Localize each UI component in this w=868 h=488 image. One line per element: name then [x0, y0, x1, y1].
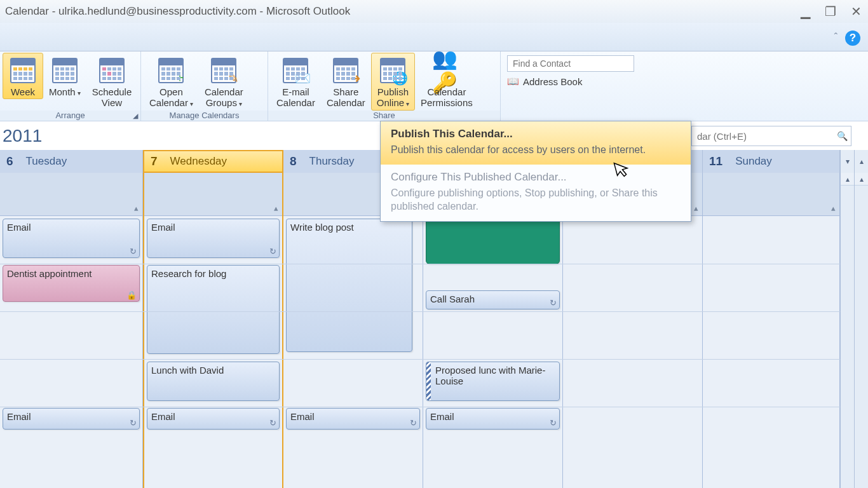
share-calendar-button[interactable]: ➜ Share Calendar — [321, 53, 371, 111]
lock-icon: 🔒 — [126, 290, 137, 300]
email-calendar-button[interactable]: ✉️ E-mail Calendar — [271, 53, 321, 111]
day-col-sun: ▴ — [703, 173, 840, 488]
close-button[interactable]: ✕ — [849, 4, 863, 18]
appt-email[interactable]: Email↻ — [147, 219, 280, 258]
recurring-icon: ↻ — [130, 247, 137, 256]
allday-expand-button[interactable]: ▾ — [840, 150, 854, 173]
chevron-down-icon: ▾ — [239, 100, 242, 107]
dialog-launcher-icon[interactable]: ◢ — [133, 112, 138, 120]
ribbon: Week Month▾ Schedule View Arrange◢ ＋ Ope… — [0, 51, 868, 121]
appt-email[interactable]: Email↻ — [147, 408, 280, 430]
appt-email[interactable]: Email↻ — [3, 219, 140, 258]
day-header-tue[interactable]: 6Tuesday — [0, 150, 143, 173]
expand-icon[interactable]: ▴ — [831, 203, 836, 213]
appt-lunch[interactable]: Lunch with David — [147, 362, 280, 401]
month-view-button[interactable]: Month▾ — [43, 53, 86, 99]
calendar-schedule-icon — [97, 56, 126, 85]
calendar-permissions-icon: 👥🔑 — [432, 56, 461, 85]
day-col-tue: ▴ Email↻ Dentist appointment🔒 Email↻ — [0, 173, 143, 488]
calendar-permissions-button[interactable]: 👥🔑 Calendar Permissions — [415, 53, 478, 111]
appt-call[interactable]: Call Sarah↻ — [426, 290, 560, 309]
recurring-icon: ↻ — [550, 298, 557, 308]
recurring-icon: ↻ — [130, 418, 137, 428]
search-calendar-input[interactable]: 🔍 — [691, 126, 851, 146]
appt-research[interactable]: Research for blog — [147, 265, 280, 354]
publish-online-icon: 🌐 — [378, 56, 407, 85]
calendar-groups-button[interactable]: ✎ Calendar Groups▾ — [199, 53, 249, 111]
email-calendar-icon: ✉️ — [281, 56, 310, 85]
ribbon-tab-strip: ˆ ? — [0, 23, 868, 51]
week-view-button[interactable]: Week — [3, 53, 43, 99]
appt-email[interactable]: Email↻ — [426, 408, 560, 430]
minimize-button[interactable]: ▁ — [798, 4, 812, 18]
expand-icon[interactable]: ▴ — [134, 203, 139, 213]
collapse-ribbon-icon[interactable]: ˆ — [834, 32, 837, 43]
share-group-label: Share — [268, 111, 500, 121]
publish-online-button[interactable]: 🌐 Publish Online▾ — [371, 53, 415, 111]
day-header-sun[interactable]: 11Sunday — [703, 150, 840, 173]
schedule-view-button[interactable]: Schedule View — [86, 53, 138, 111]
arrange-group-label: Arrange◢ — [0, 111, 140, 121]
recurring-icon: ↻ — [410, 418, 417, 428]
appt-dentist[interactable]: Dentist appointment🔒 — [3, 265, 140, 302]
appt-blog[interactable]: Write blog post — [286, 219, 412, 352]
expand-icon[interactable]: ▴ — [274, 203, 278, 213]
address-book-icon: 📖 — [507, 76, 519, 87]
recurring-icon: ↻ — [550, 418, 557, 428]
appt-email[interactable]: Email↻ — [3, 408, 140, 430]
vertical-scrollbar-2[interactable]: ▴ — [854, 173, 868, 488]
recurring-icon: ↻ — [269, 418, 276, 428]
address-book-button[interactable]: 📖 Address Book — [507, 76, 862, 87]
configure-published-calendar-item: Configure This Published Calendar... Con… — [381, 165, 691, 221]
vertical-scrollbar[interactable]: ▴ — [840, 173, 854, 488]
manage-calendars-group-label: Manage Calendars — [141, 111, 268, 121]
calendar-week-icon — [8, 56, 37, 85]
recurring-icon: ↻ — [269, 247, 276, 256]
window-title: Calendar - ulrika.hedlund@businessproduc… — [5, 5, 798, 18]
calendar-groups-icon: ✎ — [209, 56, 238, 85]
search-icon[interactable]: 🔍 — [833, 131, 851, 141]
find-contact-input[interactable] — [507, 55, 634, 72]
publish-this-calendar-item[interactable]: Publish This Calendar... Publish this ca… — [381, 121, 691, 165]
publish-online-dropdown: Publish This Calendar... Publish this ca… — [380, 121, 691, 222]
restore-button[interactable]: ❐ — [824, 4, 837, 18]
chevron-down-icon: ▾ — [78, 90, 81, 97]
open-calendar-icon: ＋ — [156, 56, 186, 85]
help-icon[interactable]: ? — [845, 30, 860, 46]
scroll-up-button[interactable]: ▴ — [841, 173, 854, 186]
chevron-down-icon: ▾ — [190, 100, 193, 107]
share-calendar-icon: ➜ — [331, 56, 360, 85]
scrollbar-up-button[interactable]: ▴ — [854, 150, 868, 173]
scroll-up-button[interactable]: ▴ — [855, 173, 868, 186]
day-col-wed: ▴ Email↻ Research for blog Lunch with Da… — [143, 173, 283, 488]
open-calendar-button[interactable]: ＋ Open Calendar▾ — [144, 53, 199, 111]
titlebar: Calendar - ulrika.hedlund@businessproduc… — [0, 0, 868, 23]
chevron-down-icon: ▾ — [406, 100, 409, 107]
calendar-month-icon — [50, 56, 79, 85]
appt-proposed-lunch[interactable]: Proposed lunc with Marie-Louise — [426, 362, 560, 401]
appt-email[interactable]: Email↻ — [286, 408, 420, 430]
day-header-wed[interactable]: 7Wednesday — [143, 150, 283, 173]
expand-icon[interactable]: ▴ — [694, 203, 698, 213]
